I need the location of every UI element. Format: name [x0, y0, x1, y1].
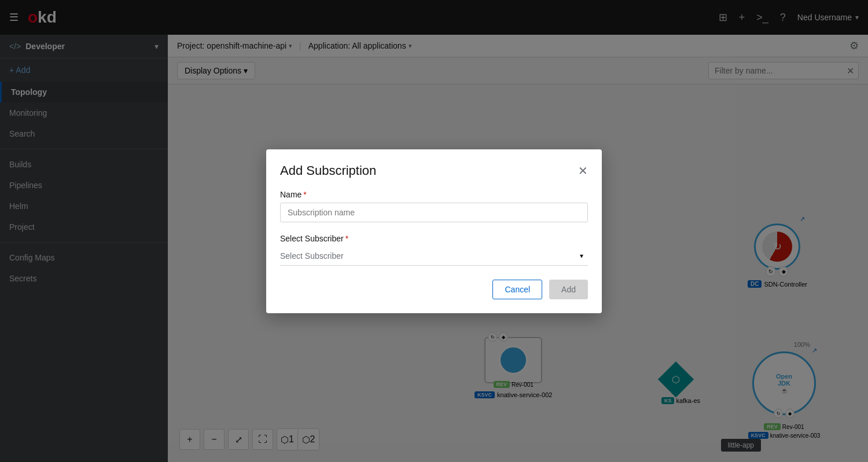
- subscriber-label: Select Subscriber *: [280, 234, 588, 243]
- modal-body: Name * Select Subscriber * Select Subscr…: [280, 190, 588, 266]
- name-required-star: *: [303, 190, 306, 199]
- subscriber-select-wrap: Select Subscriber ▾: [280, 247, 588, 266]
- add-subscription-modal: Add Subscription ✕ Name * Select Subscri…: [266, 149, 602, 313]
- subscriber-required-star: *: [345, 234, 348, 243]
- subscription-name-input[interactable]: [280, 203, 588, 222]
- modal-close-button[interactable]: ✕: [578, 164, 588, 178]
- name-label: Name *: [280, 190, 588, 199]
- modal-footer: Cancel Add: [280, 280, 588, 299]
- modal-title: Add Subscription: [280, 163, 376, 178]
- add-button[interactable]: Add: [549, 280, 588, 299]
- cancel-button[interactable]: Cancel: [492, 280, 542, 299]
- modal-header: Add Subscription ✕: [280, 163, 588, 178]
- subscriber-select[interactable]: Select Subscriber: [280, 247, 588, 266]
- modal-overlay: Add Subscription ✕ Name * Select Subscri…: [0, 0, 868, 462]
- subscriber-field-group: Select Subscriber * Select Subscriber ▾: [280, 234, 588, 266]
- name-field-group: Name *: [280, 190, 588, 222]
